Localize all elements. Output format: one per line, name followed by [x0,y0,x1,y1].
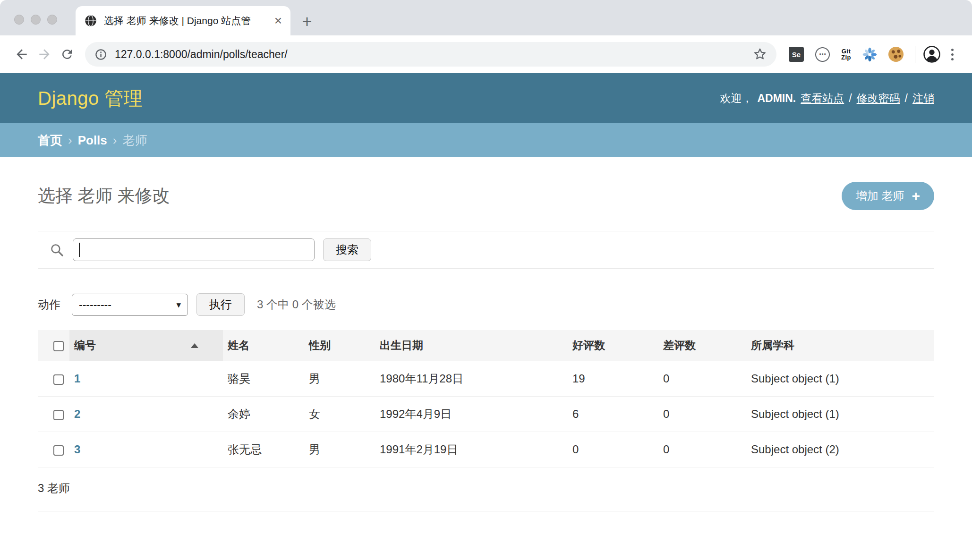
user-tools-separator: / [849,92,852,105]
cell-subject: Subject object (1) [746,397,934,432]
row-checkbox[interactable] [53,445,64,456]
search-icon [50,243,64,257]
action-label: 动作 [38,297,60,312]
circle-extension-icon[interactable]: ⋯ [815,47,830,62]
cell-subject: Subject object (2) [746,432,934,467]
plus-icon: + [912,189,920,203]
sort-ascending-icon[interactable] [191,343,198,348]
cell-gender: 男 [304,361,375,397]
extensions-area: Se ⋯ Git Zip [789,47,904,62]
cell-bad-count: 0 [658,432,746,467]
traffic-light-zoom-button[interactable] [47,15,57,25]
action-select[interactable]: --------- ▾ [72,294,188,316]
breadcrumb-current: 老师 [122,132,147,149]
search-submit-button[interactable]: 搜索 [323,238,371,261]
back-button[interactable] [10,43,33,66]
breadcrumb: 首页 › Polls › 老师 [0,123,972,157]
table-header-select-all [38,330,69,361]
cell-subject: Subject object (1) [746,361,934,397]
cell-birthdate: 1991年2月19日 [375,432,568,467]
header-id-label: 编号 [74,339,96,351]
new-tab-button[interactable]: + [296,11,318,33]
site-info-icon[interactable] [94,48,107,61]
cell-gender: 女 [304,397,375,432]
table-header-gender[interactable]: 性别 [304,330,375,361]
breadcrumb-separator: › [68,133,72,148]
table-row: 2 余婷 女 1992年4月9日 6 0 Subject object (1) [38,397,934,432]
search-panel: 搜索 [38,231,934,269]
action-go-button[interactable]: 执行 [196,293,245,316]
table-header-bad-count[interactable]: 差评数 [658,330,746,361]
view-site-link[interactable]: 查看站点 [801,91,844,106]
actions-row: 动作 --------- ▾ 执行 3 个中 0 个被选 [38,293,934,316]
cell-birthdate: 1992年4月9日 [375,397,568,432]
tab-strip: 选择 老师 来修改 | Django 站点管 × + [0,0,972,35]
row-checkbox[interactable] [53,374,64,385]
teacher-id-link[interactable]: 1 [74,372,80,385]
selenium-extension-icon[interactable]: Se [789,47,804,62]
page-title: 选择 老师 来修改 [38,184,170,208]
traffic-light-close-button[interactable] [14,15,24,25]
cookie-extension-icon[interactable] [888,47,904,62]
url-text[interactable]: 127.0.0.1:8000/admin/polls/teacher/ [115,48,745,61]
selection-note: 3 个中 0 个被选 [257,297,336,312]
window-controls [14,15,57,25]
table-header-id[interactable]: 编号 [69,330,223,361]
text-caret [79,243,80,257]
browser-tab-active[interactable]: 选择 老师 来修改 | Django 站点管 × [76,6,290,35]
cell-gender: 男 [304,432,375,467]
cell-name: 余婷 [223,397,304,432]
profile-avatar-icon[interactable] [921,43,943,65]
row-checkbox[interactable] [53,410,64,420]
cell-birthdate: 1980年11月28日 [375,361,568,397]
breadcrumb-separator: › [113,133,117,148]
reload-button[interactable] [56,43,78,66]
table-header-birthdate[interactable]: 出生日期 [375,330,568,361]
username-text: ADMIN. [757,92,796,105]
action-selected-option: --------- [79,298,111,311]
gitzip-line2: Zip [841,54,851,61]
forward-button[interactable] [33,43,56,66]
result-table: 编号 姓名 性别 出生日期 好评数 差评数 所属学科 1 骆昊 男 1980年1… [38,330,934,467]
table-header-name[interactable]: 姓名 [223,330,304,361]
cell-bad-count: 0 [658,361,746,397]
user-tools-separator: / [905,92,908,105]
address-bar[interactable]: 127.0.0.1:8000/admin/polls/teacher/ [85,42,776,67]
cell-good-count: 19 [568,361,658,397]
tab-title: 选择 老师 来修改 | Django 站点管 [104,14,268,27]
browser-menu-kebab-icon[interactable] [943,46,962,63]
cell-name: 骆昊 [223,361,304,397]
traffic-light-minimize-button[interactable] [31,15,41,25]
chevron-down-icon: ▾ [176,299,181,310]
breadcrumb-app-link[interactable]: Polls [78,133,107,148]
changelist-content: 选择 老师 来修改 增加 老师 + 搜索 动作 --------- ▾ 执行 3… [0,182,972,511]
teacher-id-link[interactable]: 3 [74,443,80,456]
cell-name: 张无忌 [223,432,304,467]
pinwheel-extension-icon[interactable] [862,47,877,62]
change-password-link[interactable]: 修改密码 [857,91,900,106]
add-teacher-button[interactable]: 增加 老师 + [842,182,934,210]
cell-good-count: 0 [568,432,658,467]
select-all-checkbox[interactable] [53,341,64,351]
browser-toolbar: 127.0.0.1:8000/admin/polls/teacher/ Se ⋯… [0,35,972,73]
search-input[interactable] [73,238,315,261]
results-count: 3 老师 [38,467,934,511]
table-row: 1 骆昊 男 1980年11月28日 19 0 Subject object (… [38,361,934,397]
bookmark-star-icon[interactable] [753,47,767,61]
table-header-row: 编号 姓名 性别 出生日期 好评数 差评数 所属学科 [38,330,934,361]
admin-header: Django 管理 欢迎， ADMIN. 查看站点 / 修改密码 / 注销 [0,73,972,123]
site-brand-link[interactable]: Django 管理 [38,85,143,111]
user-tools: 欢迎， ADMIN. 查看站点 / 修改密码 / 注销 [720,91,934,106]
toolbar-divider [915,46,915,63]
table-header-good-count[interactable]: 好评数 [568,330,658,361]
teacher-id-link[interactable]: 2 [74,407,80,420]
gitzip-extension-icon[interactable]: Git Zip [841,48,851,60]
table-row: 3 张无忌 男 1991年2月19日 0 0 Subject object (2… [38,432,934,467]
cell-bad-count: 0 [658,397,746,432]
logout-link[interactable]: 注销 [912,91,934,106]
tab-close-icon[interactable]: × [274,14,282,27]
table-header-subject[interactable]: 所属学科 [746,330,934,361]
add-teacher-label: 增加 老师 [856,188,904,204]
breadcrumb-home-link[interactable]: 首页 [38,132,62,149]
welcome-text: 欢迎， [720,91,752,106]
